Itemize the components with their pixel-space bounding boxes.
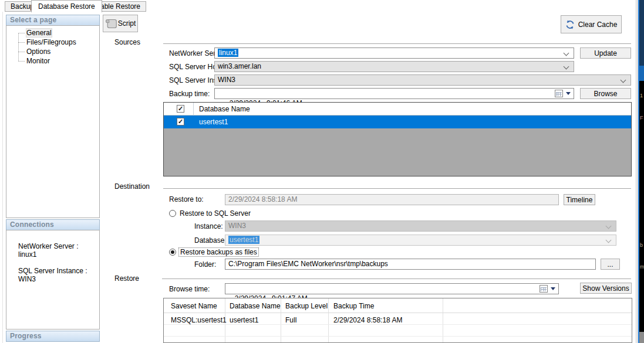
- folder-browse-ellipsis-button[interactable]: ...: [601, 259, 620, 270]
- page-tree: General Files/Filegroups Options Monitor: [15, 28, 76, 66]
- background-text-fragment: 1: [640, 93, 643, 99]
- col-header-saveset-name[interactable]: Saveset Name: [171, 300, 217, 312]
- restore-section-label: Restore: [114, 274, 139, 283]
- database-label: Database:: [194, 236, 227, 244]
- sidebar-header-progress: Progress: [6, 331, 100, 342]
- tab-database-restore[interactable]: Database Restore: [31, 0, 102, 12]
- col-header-database-name[interactable]: Database Name: [230, 300, 281, 312]
- script-scroll-icon: [105, 18, 117, 29]
- sidebar-header-connections: Connections: [6, 219, 100, 230]
- folder-path-value: C:\Program Files\EMC NetWorker\nsr\tmp\b…: [228, 260, 388, 268]
- version-row-saveset-name[interactable]: MSSQL:usertest1: [171, 314, 227, 326]
- window-left-edge: [0, 12, 3, 343]
- version-row-backup-time[interactable]: 2/29/2024 8:58:18 AM: [333, 314, 402, 326]
- instance-label: Instance:: [194, 222, 223, 230]
- sql-server-instance-value: WIN3: [218, 76, 235, 84]
- background-console-window: 1 F b m: [638, 0, 644, 343]
- timeline-button[interactable]: Timeline: [564, 194, 595, 205]
- chevron-down-icon: [606, 223, 612, 229]
- folder-textbox[interactable]: C:\Program Files\EMC NetWorker\nsr\tmp\b…: [225, 259, 596, 270]
- connection-networker-value: linux1: [18, 250, 36, 259]
- browse-time-datetimepicker[interactable]: 2/29/2024 9:01:47 AM: [225, 283, 559, 294]
- sidebar-header-select-a-page: Select a page: [6, 15, 100, 26]
- sql-server-instance-combobox[interactable]: WIN3: [214, 74, 631, 86]
- databases-grid: ✓ Database Name ✓ usertest1: [163, 102, 632, 176]
- sql-server-host-combobox[interactable]: win3.amer.lan: [214, 61, 574, 72]
- calendar-icon[interactable]: [540, 285, 548, 293]
- background-text-fragment: F: [640, 115, 643, 121]
- folder-label: Folder:: [194, 260, 216, 269]
- destination-section-label: Destination: [114, 182, 150, 191]
- sidebar-item-monitor[interactable]: Monitor: [15, 56, 76, 66]
- database-combobox-disabled: usertest1: [225, 235, 616, 246]
- backup-time-label: Backup time:: [169, 90, 210, 98]
- database-name-column-header[interactable]: Database Name: [199, 105, 250, 113]
- calendar-dropdown-arrow-icon[interactable]: [566, 92, 571, 95]
- browse-button[interactable]: Browse: [580, 88, 631, 99]
- sources-section-label: Sources: [114, 38, 140, 46]
- script-button[interactable]: Script: [103, 15, 138, 32]
- connections-panel: NetWorker Server : linux1 SQL Server Ins…: [6, 230, 100, 330]
- networker-server-value: linux1: [218, 49, 238, 57]
- database-row-name[interactable]: usertest1: [199, 116, 228, 128]
- restore-backups-as-files-radio-label[interactable]: Restore backups as files: [178, 247, 259, 257]
- sidebar-item-options[interactable]: Options: [15, 47, 76, 56]
- background-text-fragment: b: [640, 242, 643, 248]
- refresh-icon: [565, 20, 575, 29]
- networker-server-combobox[interactable]: linux1: [214, 47, 574, 59]
- show-versions-button[interactable]: Show Versions: [580, 283, 632, 294]
- sources-separator: [163, 43, 631, 44]
- update-button[interactable]: Update: [580, 47, 631, 59]
- database-row-checkbox[interactable]: ✓: [177, 118, 184, 125]
- chevron-down-icon[interactable]: [564, 50, 569, 56]
- col-header-backup-time[interactable]: Backup Time: [333, 300, 374, 312]
- col-header-backup-level[interactable]: Backup Level: [285, 300, 328, 312]
- restore-to-textbox[interactable]: 2/29/2024 8:58:18 AM: [225, 194, 559, 205]
- instance-value: WIN3: [228, 222, 246, 230]
- connection-sql-instance-value: WIN3: [18, 275, 36, 283]
- connection-networker-label: NetWorker Server :: [18, 242, 78, 250]
- app-window-right-edge: [635, 0, 638, 343]
- versions-grid: Saveset Name Database Name Backup Level …: [163, 298, 632, 343]
- databases-grid-header: ✓ Database Name: [164, 103, 631, 116]
- version-row-database-name[interactable]: usertest1: [230, 314, 258, 326]
- restore-to-value: 2/29/2024 8:58:18 AM: [228, 195, 297, 203]
- restore-to-sql-server-radio[interactable]: [169, 210, 176, 217]
- chevron-down-icon[interactable]: [621, 77, 626, 83]
- connection-sql-instance-label: SQL Server Instance :: [18, 267, 87, 275]
- restore-backups-as-files-radio[interactable]: [169, 249, 176, 256]
- backup-time-datetimepicker[interactable]: 2/29/2024 9:01:46 AM: [214, 88, 574, 99]
- sidebar-item-files-filegroups[interactable]: Files/Filegroups: [15, 38, 76, 47]
- clear-cache-button[interactable]: Clear Cache: [561, 15, 622, 33]
- select-all-checkbox[interactable]: ✓: [177, 105, 184, 113]
- destination-separator: [163, 188, 631, 189]
- chevron-down-icon[interactable]: [564, 64, 569, 70]
- calendar-icon[interactable]: [555, 90, 563, 97]
- database-row-selected[interactable]: ✓ usertest1: [164, 116, 631, 128]
- version-row-backup-level[interactable]: Full: [285, 314, 296, 326]
- restore-to-label: Restore to:: [169, 195, 204, 203]
- chevron-down-icon: [606, 237, 612, 243]
- instance-combobox-disabled: WIN3: [225, 220, 616, 232]
- database-value: usertest1: [228, 236, 259, 244]
- sidebar-page-tree-panel: General Files/Filegroups Options Monitor: [6, 25, 100, 218]
- restore-to-sql-server-radio-label[interactable]: Restore to SQL Server: [180, 209, 251, 218]
- browse-time-label: Browse time:: [169, 285, 210, 293]
- calendar-dropdown-arrow-icon[interactable]: [551, 287, 555, 290]
- sql-server-host-value: win3.amer.lan: [218, 62, 261, 70]
- sidebar-item-general[interactable]: General: [15, 28, 76, 38]
- restore-separator: [162, 279, 631, 279]
- background-text-fragment: m: [640, 264, 644, 270]
